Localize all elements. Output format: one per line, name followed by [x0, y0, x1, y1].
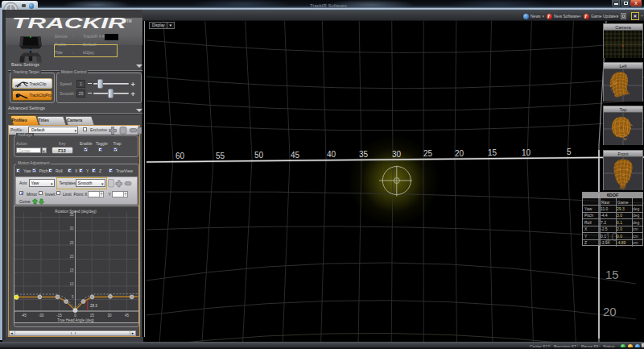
svg-text:True Head Angle (deg): True Head Angle (deg)	[57, 318, 94, 322]
svg-text:35: 35	[69, 213, 74, 217]
svg-text:-30: -30	[38, 314, 43, 318]
svg-text:30: 30	[107, 314, 112, 318]
svg-text:20: 20	[69, 255, 74, 259]
svg-text:15: 15	[89, 314, 94, 318]
svg-text:29.3: 29.3	[90, 304, 97, 308]
svg-text:-45: -45	[21, 314, 27, 318]
svg-text:45: 45	[124, 314, 129, 318]
svg-text:15: 15	[69, 268, 74, 272]
svg-text:Rotation Speed (deg/deg): Rotation Speed (deg/deg)	[55, 209, 97, 213]
svg-text:10: 10	[69, 281, 74, 285]
svg-text:30: 30	[69, 226, 74, 231]
svg-text:-15: -15	[56, 314, 62, 318]
svg-text:25: 25	[69, 240, 74, 244]
